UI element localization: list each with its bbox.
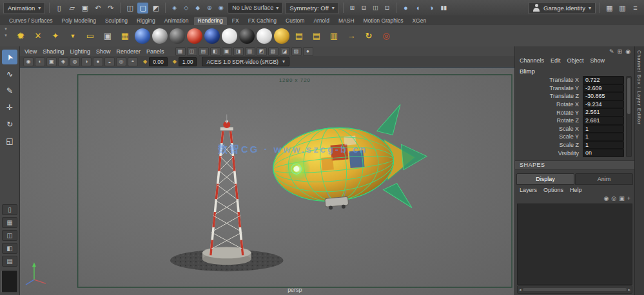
ipr-render-icon[interactable]: ◑: [426, 3, 437, 14]
viewport-toolbar-icon[interactable]: ◩: [257, 47, 267, 56]
image-plane-icon[interactable]: ▦: [117, 28, 133, 44]
viewport-toolbar-icon[interactable]: ▣: [222, 47, 232, 56]
scrollbar-thumb[interactable]: [523, 288, 627, 291]
scroll-left-icon[interactable]: ◂: [519, 287, 522, 292]
rotate-tool[interactable]: ↻: [2, 117, 17, 131]
render-target-icon[interactable]: ◎: [378, 28, 394, 44]
re-render-icon[interactable]: ↻: [361, 28, 376, 44]
viewport-toolbar-icon[interactable]: ◎: [116, 57, 126, 66]
move-tool[interactable]: ✛: [2, 100, 17, 115]
shelf-tab-arnold[interactable]: Arnold: [309, 17, 333, 25]
render-slate-icon[interactable]: ▤: [309, 28, 324, 44]
render-slate-icon[interactable]: ▥: [326, 28, 342, 44]
viewport-toolbar-icon[interactable]: ◍: [70, 57, 80, 66]
shelf-menu-control[interactable]: ▾ ▾: [1, 26, 10, 38]
shelf-tab-mash[interactable]: MASH: [335, 17, 358, 25]
layout-split-vertical-button[interactable]: ◫: [2, 230, 17, 241]
viewport-toolbar-icon[interactable]: ◑: [81, 57, 92, 66]
channel-value-field[interactable]: -9.234: [583, 100, 624, 109]
channel-scrollbar[interactable]: [626, 76, 632, 157]
material-ball-icon[interactable]: [239, 28, 255, 44]
new-scene-icon[interactable]: ▯: [54, 3, 64, 14]
material-ball-icon[interactable]: [222, 28, 237, 44]
snap-curve-icon[interactable]: ◇: [181, 3, 191, 14]
viewport-toolbar-icon[interactable]: ◫: [187, 47, 197, 56]
gamma-field[interactable]: ◆ 1.00: [173, 57, 197, 66]
layers-menu[interactable]: Layers: [520, 187, 537, 193]
snap-point-icon[interactable]: ◆: [193, 3, 202, 14]
tab-display[interactable]: Display: [516, 173, 574, 185]
panel-layout-icon[interactable]: ⊡: [382, 3, 392, 14]
render-frame-icon[interactable]: ◐: [413, 3, 424, 14]
show-menu[interactable]: Show: [590, 57, 605, 64]
channel-value-field[interactable]: 1: [583, 133, 624, 141]
layout-outliner-persp-button[interactable]: ▤: [2, 256, 17, 267]
live-surface-field[interactable]: No Live Surface ▾: [228, 2, 283, 14]
add-layer-icon[interactable]: +: [627, 195, 630, 202]
viewport-toolbar-icon[interactable]: ◨: [233, 47, 244, 56]
material-ball-icon[interactable]: [257, 28, 272, 44]
layout-four-pane-button[interactable]: ▦: [2, 217, 17, 228]
shelf-tab-fx[interactable]: FX: [228, 17, 243, 25]
shelf-tab-animation[interactable]: Animation: [161, 17, 193, 25]
viewport-toolbar-icon[interactable]: ▧: [268, 47, 278, 56]
options-menu[interactable]: Options: [543, 187, 563, 193]
layer-list[interactable]: [517, 204, 632, 285]
snap-grid-icon[interactable]: ◈: [170, 3, 179, 14]
directional-light-icon[interactable]: ✕: [30, 28, 46, 44]
batch-render-icon[interactable]: →: [344, 28, 359, 44]
viewport-canvas[interactable]: 1280 x 720: [20, 68, 514, 295]
gamma-value[interactable]: 1.00: [179, 57, 197, 66]
viewport-toolbar-icon[interactable]: ▦: [175, 47, 186, 56]
make-live-icon[interactable]: ◉: [216, 3, 226, 14]
viewport-toolbar-icon[interactable]: ◧: [210, 47, 220, 56]
undo-icon[interactable]: ↶: [92, 3, 103, 14]
workspace-menu-icon[interactable]: ≡: [630, 3, 641, 14]
viewport-toolbar-icon[interactable]: ◈: [58, 57, 68, 66]
viewport-menu-view[interactable]: View: [24, 48, 37, 55]
exposure-field[interactable]: ◆ 0.00: [143, 57, 168, 66]
material-ball-icon[interactable]: [187, 28, 202, 44]
channel-edit-icon[interactable]: ✎: [609, 48, 614, 55]
object-menu[interactable]: Object: [567, 57, 584, 64]
viewport-menu-shading[interactable]: Shading: [43, 48, 64, 55]
save-scene-icon[interactable]: ▣: [79, 3, 90, 14]
layout-preview-thumbnail[interactable]: [1, 270, 18, 293]
camera-icon[interactable]: ▣: [100, 28, 115, 44]
shapes-section-header[interactable]: SHAPES: [515, 160, 634, 170]
viewport-toolbar-icon[interactable]: ◉: [23, 57, 34, 66]
menu-set-dropdown[interactable]: Animation ▾: [3, 2, 45, 14]
blimp-model[interactable]: [269, 102, 431, 219]
select-hierarchy-icon[interactable]: ◫: [124, 3, 135, 14]
tower-base[interactable]: [202, 247, 251, 265]
panel-layout-icon[interactable]: ⊞: [347, 3, 357, 14]
shelf-tab-custom[interactable]: Custom: [282, 17, 308, 25]
channel-value-field[interactable]: 1: [583, 141, 624, 149]
channel-pin-icon[interactable]: ◉: [625, 48, 630, 55]
pause-icon[interactable]: ▮▮: [439, 3, 449, 14]
tab-anim[interactable]: Anim: [575, 173, 633, 185]
render-slate-icon[interactable]: ▤: [291, 28, 307, 44]
tower-model[interactable]: [211, 115, 243, 256]
shelf-tab-xgen[interactable]: XGen: [408, 17, 430, 25]
workspace-grid-icon[interactable]: ▦: [604, 3, 615, 14]
viewport-toolbar-icon[interactable]: ◓: [128, 57, 138, 66]
panel-layout-icon[interactable]: ◫: [371, 3, 380, 14]
view-transform-dropdown[interactable]: ACES 1.0 SDR-video (sRGB) ▾: [202, 57, 289, 66]
shelf-tab-motion-graphics[interactable]: Motion Graphics: [360, 17, 407, 25]
symmetry-dropdown[interactable]: Symmetry: Off ▾: [285, 2, 339, 14]
shelf-tab-sculpting[interactable]: Sculpting: [101, 17, 132, 25]
scroll-right-icon[interactable]: ▸: [628, 287, 630, 292]
env-ball-icon[interactable]: [135, 28, 150, 44]
channel-value-field[interactable]: on: [583, 149, 624, 157]
viewport-toolbar-icon[interactable]: ●: [303, 47, 313, 56]
exposure-value[interactable]: 0.00: [149, 57, 168, 66]
shelf-tab-fx-caching[interactable]: FX Caching: [244, 17, 280, 25]
point-light-icon[interactable]: ✦: [48, 28, 63, 44]
layer-render-icon[interactable]: ◎: [611, 195, 616, 202]
spot-light-icon[interactable]: ▼: [65, 28, 81, 44]
channel-grid-icon[interactable]: ⊞: [618, 48, 623, 55]
select-object-icon[interactable]: ▢: [137, 3, 148, 14]
channel-value-field[interactable]: 2.681: [583, 117, 624, 125]
paint-select-tool[interactable]: ✎: [2, 83, 17, 98]
